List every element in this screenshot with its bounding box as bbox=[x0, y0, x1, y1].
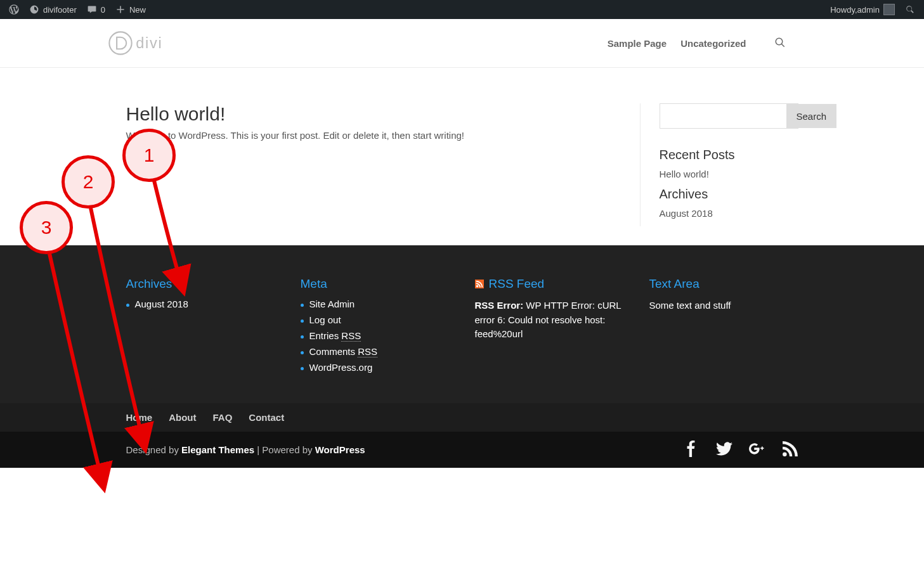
social-facebook[interactable] bbox=[683, 441, 700, 459]
rss-icon bbox=[475, 280, 484, 288]
recent-posts-heading: Recent Posts bbox=[660, 148, 798, 162]
footer-col-text: Text Area Some text and stuff bbox=[649, 277, 798, 378]
comments-menu[interactable]: 0 bbox=[82, 0, 110, 19]
meta-site-admin[interactable]: Site Admin bbox=[309, 299, 355, 309]
footer-nav-about[interactable]: About bbox=[169, 412, 196, 423]
google-plus-icon bbox=[749, 441, 765, 457]
footer-col-rss: RSS Feed RSS Error: WP HTTP Error: cURL … bbox=[475, 277, 624, 378]
comment-icon bbox=[87, 4, 97, 15]
social-links bbox=[683, 441, 798, 459]
svg-point-5 bbox=[476, 285, 478, 288]
meta-comments-rss[interactable]: Comments RSS bbox=[309, 346, 378, 358]
search-widget: Search bbox=[660, 103, 798, 129]
footer-rss-title: RSS Feed bbox=[475, 277, 624, 291]
svg-point-6 bbox=[783, 452, 787, 456]
howdy-user: admin bbox=[857, 5, 880, 15]
meta-entries-rss[interactable]: Entries RSS bbox=[309, 330, 361, 342]
footer-col-meta: Meta Site Admin Log out Entries RSS Comm… bbox=[301, 277, 450, 378]
wp-admin-bar: divifooter 0 New Howdy, admin bbox=[0, 0, 924, 19]
footer-archive-link[interactable]: August 2018 bbox=[135, 299, 188, 309]
comments-count: 0 bbox=[101, 5, 105, 15]
primary-nav: Sample Page Uncategorized bbox=[594, 37, 786, 50]
sidebar: Search Recent Posts Hello world! Archive… bbox=[640, 103, 798, 226]
svg-point-2 bbox=[776, 38, 783, 45]
new-content-menu[interactable]: New bbox=[110, 0, 151, 19]
credits-wordpress[interactable]: WordPress bbox=[315, 444, 365, 455]
meta-wporg[interactable]: WordPress.org bbox=[309, 362, 373, 373]
svg-point-0 bbox=[109, 32, 131, 54]
credits-elegant-themes[interactable]: Elegant Themes bbox=[181, 444, 254, 455]
wordpress-icon bbox=[9, 4, 19, 15]
archives-heading: Archives bbox=[660, 187, 798, 202]
new-label: New bbox=[129, 5, 146, 15]
nav-link-uncategorized[interactable]: Uncategorized bbox=[680, 38, 746, 49]
social-twitter[interactable] bbox=[716, 441, 732, 459]
site-header: divi Sample Page Uncategorized bbox=[0, 19, 924, 68]
social-google[interactable] bbox=[749, 441, 765, 459]
search-button[interactable]: Search bbox=[786, 104, 837, 128]
my-account-menu[interactable]: Howdy, admin bbox=[825, 0, 900, 19]
footer-col-archives: Archives August 2018 bbox=[126, 277, 275, 378]
footer-meta-title: Meta bbox=[301, 277, 450, 291]
footer-text-title: Text Area bbox=[649, 277, 798, 291]
wp-logo-menu[interactable] bbox=[4, 0, 24, 19]
footer-archives-title: Archives bbox=[126, 277, 275, 291]
howdy-prefix: Howdy, bbox=[830, 5, 857, 15]
nav-link-sample-page[interactable]: Sample Page bbox=[608, 38, 667, 49]
meta-logout[interactable]: Log out bbox=[309, 314, 341, 325]
site-logo[interactable]: divi bbox=[101, 30, 192, 56]
site-name-menu[interactable]: divifooter bbox=[24, 0, 82, 19]
recent-post-link[interactable]: Hello world! bbox=[660, 169, 798, 179]
search-icon bbox=[774, 37, 786, 48]
twitter-icon bbox=[716, 441, 732, 457]
footer-nav-home[interactable]: Home bbox=[126, 412, 153, 423]
search-icon bbox=[905, 4, 915, 15]
rss-abbr: RSS bbox=[358, 346, 377, 358]
footer-text-body: Some text and stuff bbox=[649, 299, 798, 313]
archive-link[interactable]: August 2018 bbox=[660, 208, 798, 219]
footer-credits-text: Designed by Elegant Themes | Powered by … bbox=[126, 444, 365, 455]
header-search-button[interactable] bbox=[760, 37, 786, 50]
rss-abbr: RSS bbox=[341, 330, 361, 342]
footer-widget-area: Archives August 2018 Meta Site Admin Log… bbox=[0, 245, 924, 403]
rss-icon bbox=[782, 441, 798, 457]
svg-line-3 bbox=[781, 44, 784, 47]
plus-icon bbox=[115, 4, 126, 15]
post-title: Hello world! bbox=[126, 103, 602, 125]
footer-credits-bar: Designed by Elegant Themes | Powered by … bbox=[0, 432, 924, 468]
svg-text:divi: divi bbox=[136, 35, 162, 51]
adminbar-search[interactable] bbox=[900, 0, 920, 19]
footer-nav-contact[interactable]: Contact bbox=[249, 412, 284, 423]
post: Hello world! Welcome to WordPress. This … bbox=[126, 103, 640, 226]
footer-nav-bar: Home About FAQ Contact bbox=[0, 403, 924, 432]
post-body: Welcome to WordPress. This is your first… bbox=[126, 130, 602, 141]
rss-error-text: RSS Error: WP HTTP Error: cURL error 6: … bbox=[475, 299, 624, 342]
site-name-label: divifooter bbox=[43, 5, 77, 15]
dashboard-icon bbox=[29, 4, 39, 15]
facebook-icon bbox=[683, 441, 700, 457]
annotation-bubble-2: 2 bbox=[62, 155, 115, 209]
footer-nav-faq[interactable]: FAQ bbox=[213, 412, 233, 423]
main-content-wrap: Hello world! Welcome to WordPress. This … bbox=[120, 68, 805, 245]
divi-logo-icon: divi bbox=[107, 30, 192, 56]
search-input[interactable] bbox=[660, 104, 786, 128]
social-rss[interactable] bbox=[782, 441, 798, 459]
avatar bbox=[883, 4, 895, 15]
